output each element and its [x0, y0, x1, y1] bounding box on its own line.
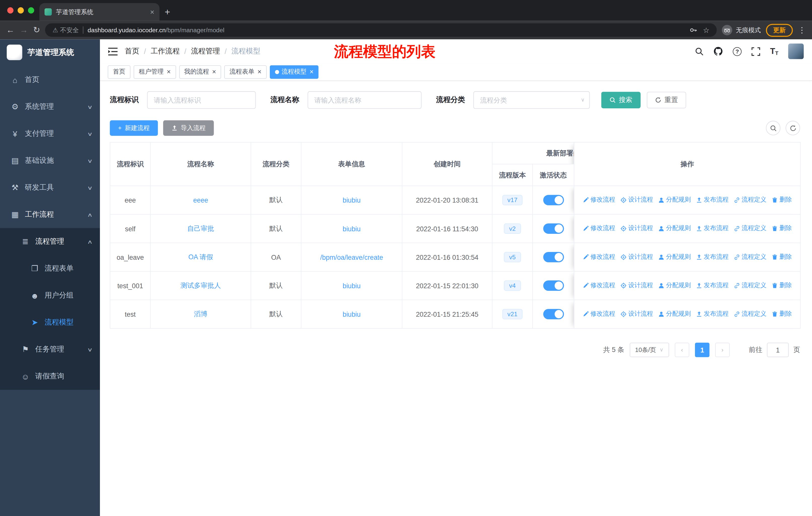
process-name-link[interactable]: 测试多审批人 — [180, 281, 221, 289]
close-window-button[interactable] — [7, 7, 13, 13]
op-edit-link[interactable]: 修改流程 — [583, 224, 615, 233]
breadcrumb-item[interactable]: 流程管理 — [191, 47, 220, 56]
op-publish-link[interactable]: 发布流程 — [696, 252, 729, 261]
op-definition-link[interactable]: 流程定义 — [734, 281, 766, 290]
op-edit-link[interactable]: 修改流程 — [583, 310, 615, 319]
process-name-link[interactable]: 自己审批 — [187, 224, 214, 232]
password-key-icon[interactable] — [689, 26, 698, 34]
op-definition-link[interactable]: 流程定义 — [734, 224, 766, 233]
reset-button[interactable]: 重置 — [647, 92, 686, 108]
op-assign-link[interactable]: 分配规则 — [658, 252, 691, 261]
sidebar-item-workflow[interactable]: ▦工作流程∧ — [0, 201, 100, 228]
help-icon[interactable] — [733, 47, 742, 56]
op-definition-link[interactable]: 流程定义 — [734, 252, 766, 261]
op-edit-link[interactable]: 修改流程 — [583, 281, 615, 290]
sidebar-item-process-form[interactable]: ❐流程表单 — [0, 255, 100, 282]
op-design-link[interactable]: 设计流程 — [620, 252, 653, 261]
browser-menu-icon[interactable]: ⋮ — [798, 25, 806, 35]
op-delete-link[interactable]: 删除 — [772, 281, 792, 290]
process-key-input[interactable] — [147, 91, 256, 109]
app-logo[interactable]: 芋道管理系统 — [0, 39, 100, 65]
forward-icon[interactable]: → — [20, 26, 28, 34]
sidebar-item-system[interactable]: ⚙系统管理∨ — [0, 93, 100, 120]
process-name-link[interactable]: eeee — [193, 196, 208, 204]
next-page-button[interactable]: › — [715, 343, 730, 357]
search-icon[interactable] — [695, 47, 704, 56]
op-publish-link[interactable]: 发布流程 — [696, 281, 729, 290]
collapse-sidebar-icon[interactable] — [108, 47, 118, 55]
status-toggle[interactable] — [543, 309, 563, 319]
create-process-button[interactable]: + 新建流程 — [110, 120, 158, 136]
tag-item-2[interactable]: 我的流程× — [179, 65, 221, 78]
browser-tab[interactable]: 芋道管理系统 × — [39, 3, 159, 21]
form-info-link[interactable]: biubiu — [343, 310, 360, 318]
op-delete-link[interactable]: 删除 — [772, 195, 792, 204]
page-size-select[interactable]: 10条/页 — [630, 343, 669, 357]
tag-item-4[interactable]: 流程模型× — [269, 65, 319, 78]
sidebar-item-task-management[interactable]: ⚑任务管理∨ — [0, 336, 100, 363]
sidebar-item-process-model[interactable]: ➤流程模型 — [0, 309, 100, 336]
form-info-link[interactable]: biubiu — [343, 225, 360, 233]
new-tab-button[interactable]: + — [165, 7, 170, 18]
op-design-link[interactable]: 设计流程 — [620, 195, 653, 204]
breadcrumb-item[interactable]: 首页 — [125, 47, 140, 56]
search-button[interactable]: 搜索 — [601, 92, 641, 108]
op-publish-link[interactable]: 发布流程 — [696, 310, 729, 319]
maximize-window-button[interactable] — [28, 7, 34, 13]
tag-close-icon[interactable]: × — [167, 69, 171, 75]
goto-page-input[interactable] — [767, 343, 789, 357]
address-bar[interactable]: ⚠ 不安全 dashboard.yudao.iocoder.cn/bpm/man… — [45, 23, 717, 37]
status-toggle[interactable] — [543, 252, 563, 262]
sidebar-item-devtools[interactable]: ⚒研发工具∨ — [0, 174, 100, 201]
prev-page-button[interactable]: ‹ — [675, 343, 689, 357]
breadcrumb-item[interactable]: 工作流程 — [150, 47, 179, 56]
github-icon[interactable] — [714, 47, 723, 56]
op-design-link[interactable]: 设计流程 — [620, 310, 653, 319]
sidebar-item-leave-query[interactable]: ☺请假查询 — [0, 363, 100, 390]
bookmark-star-icon[interactable]: ☆ — [703, 26, 709, 34]
op-delete-link[interactable]: 删除 — [772, 310, 792, 319]
user-avatar[interactable] — [788, 44, 804, 59]
minimize-window-button[interactable] — [18, 7, 24, 13]
form-info-link[interactable]: biubiu — [343, 282, 360, 290]
op-design-link[interactable]: 设计流程 — [620, 224, 653, 233]
op-assign-link[interactable]: 分配规则 — [658, 195, 691, 204]
op-assign-link[interactable]: 分配规则 — [658, 224, 691, 233]
back-icon[interactable]: ← — [6, 26, 14, 34]
import-process-button[interactable]: 导入流程 — [163, 120, 214, 136]
op-publish-link[interactable]: 发布流程 — [696, 195, 729, 204]
fullscreen-icon[interactable] — [752, 47, 760, 56]
process-name-input[interactable] — [308, 91, 422, 109]
tag-close-icon[interactable]: × — [310, 69, 314, 75]
browser-update-button[interactable]: 更新 — [766, 24, 793, 36]
tag-close-icon[interactable]: × — [212, 69, 216, 75]
process-name-link[interactable]: OA 请假 — [188, 253, 213, 261]
status-toggle[interactable] — [543, 195, 563, 205]
refresh-table-button[interactable] — [786, 121, 800, 135]
tab-close-icon[interactable]: × — [150, 8, 154, 16]
current-page[interactable]: 1 — [695, 343, 709, 357]
form-info-link[interactable]: /bpm/oa/leave/create — [320, 253, 383, 261]
font-size-icon[interactable] — [770, 47, 779, 56]
tag-close-icon[interactable]: × — [258, 69, 262, 75]
op-assign-link[interactable]: 分配规则 — [658, 310, 691, 319]
sidebar-item-user-group[interactable]: ☻用户分组 — [0, 282, 100, 309]
op-assign-link[interactable]: 分配规则 — [658, 281, 691, 290]
process-name-link[interactable]: 滔博 — [194, 310, 207, 318]
op-design-link[interactable]: 设计流程 — [620, 281, 653, 290]
tag-item-1[interactable]: 租户管理× — [134, 65, 176, 78]
category-select[interactable] — [473, 91, 590, 109]
reload-icon[interactable]: ↻ — [33, 26, 40, 34]
sidebar-item-infrastructure[interactable]: ▤基础设施∨ — [0, 147, 100, 174]
sidebar-item-home[interactable]: ⌂首页 — [0, 66, 100, 93]
op-publish-link[interactable]: 发布流程 — [696, 224, 729, 233]
op-definition-link[interactable]: 流程定义 — [734, 195, 766, 204]
op-delete-link[interactable]: 删除 — [772, 224, 792, 233]
op-delete-link[interactable]: 删除 — [772, 252, 792, 261]
status-toggle[interactable] — [543, 280, 563, 291]
profile-chip[interactable]: 无痕模式 — [722, 25, 761, 35]
tag-item-0[interactable]: 首页 — [108, 65, 130, 78]
security-warning[interactable]: ⚠ 不安全 — [53, 26, 79, 34]
status-toggle[interactable] — [543, 223, 563, 234]
toggle-search-button[interactable] — [766, 121, 781, 135]
